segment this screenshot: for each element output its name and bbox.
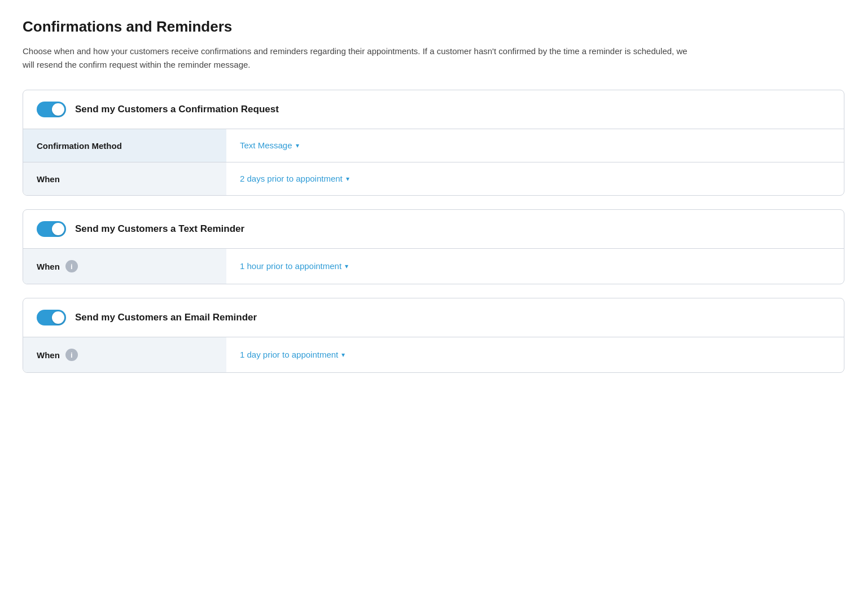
info-icon[interactable]: i [65, 349, 78, 361]
confirmation-method-label: Confirmation Method [23, 129, 226, 162]
page-description: Choose when and how your customers recei… [23, 45, 700, 72]
email-reminder-toggle-label: Send my Customers an Email Reminder [75, 312, 257, 323]
text-reminder-when-value: 1 hour prior to appointment ▾ [226, 250, 844, 283]
chevron-down-icon: ▾ [341, 351, 345, 359]
confirmation-method-row: Confirmation Method Text Message ▾ [23, 129, 844, 162]
confirmation-method-dropdown[interactable]: Text Message ▾ [240, 140, 299, 150]
email-reminder-card-header: Send my Customers an Email Reminder [23, 298, 844, 337]
text-reminder-toggle[interactable] [37, 221, 66, 237]
confirmation-method-value: Text Message ▾ [226, 129, 844, 162]
text-reminder-when-dropdown[interactable]: 1 hour prior to appointment ▾ [240, 261, 348, 271]
email-reminder-when-row: When i 1 day prior to appointment ▾ [23, 337, 844, 372]
email-reminder-when-value: 1 day prior to appointment ▾ [226, 338, 844, 371]
email-reminder-toggle[interactable] [37, 310, 66, 325]
confirmation-card-header: Send my Customers a Confirmation Request [23, 90, 844, 129]
email-reminder-when-dropdown[interactable]: 1 day prior to appointment ▾ [240, 350, 345, 359]
text-reminder-when-label: When i [23, 249, 226, 284]
confirmation-when-row: When 2 days prior to appointment ▾ [23, 162, 844, 195]
confirmation-when-dropdown[interactable]: 2 days prior to appointment ▾ [240, 174, 349, 183]
text-reminder-card: Send my Customers a Text Reminder When i… [23, 209, 844, 284]
chevron-down-icon: ▾ [296, 142, 299, 149]
text-reminder-toggle-label: Send my Customers a Text Reminder [75, 223, 244, 235]
chevron-down-icon: ▾ [345, 262, 348, 270]
toggle-slider [37, 102, 66, 117]
confirmation-when-label: When [23, 162, 226, 195]
toggle-slider [37, 221, 66, 237]
text-reminder-card-header: Send my Customers a Text Reminder [23, 210, 844, 249]
info-icon[interactable]: i [65, 260, 78, 272]
confirmation-toggle[interactable] [37, 102, 66, 117]
confirmation-when-value: 2 days prior to appointment ▾ [226, 162, 844, 195]
email-reminder-card: Send my Customers an Email Reminder When… [23, 298, 844, 373]
toggle-slider [37, 310, 66, 325]
page-title: Confirmations and Reminders [23, 18, 844, 36]
text-reminder-when-row: When i 1 hour prior to appointment ▾ [23, 249, 844, 284]
confirmation-card: Send my Customers a Confirmation Request… [23, 90, 844, 196]
confirmation-toggle-label: Send my Customers a Confirmation Request [75, 104, 279, 115]
email-reminder-when-label: When i [23, 337, 226, 372]
chevron-down-icon: ▾ [346, 175, 349, 183]
